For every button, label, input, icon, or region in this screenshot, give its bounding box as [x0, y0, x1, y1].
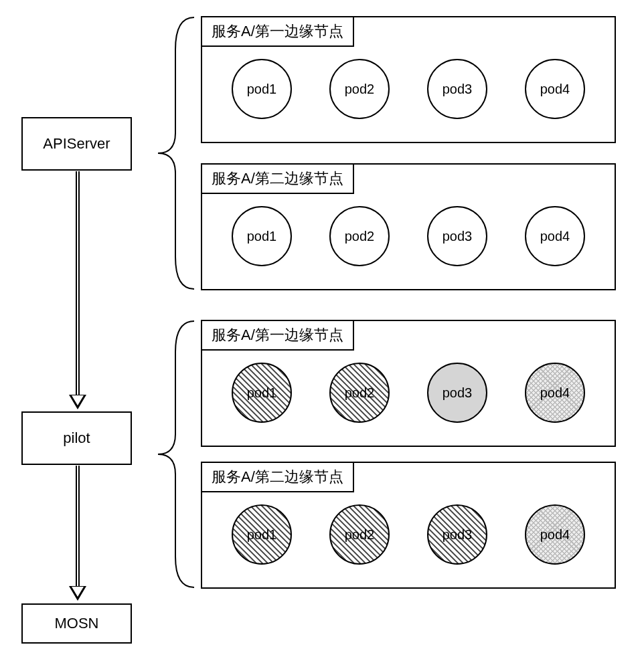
pod: pod4 [525, 59, 585, 119]
group-2-pods: pod1pod2pod3pod4 [202, 206, 615, 266]
group-3: 服务A/第一边缘节点 pod1pod2pod3pod4 [201, 320, 616, 447]
pod-label: pod1 [247, 229, 277, 244]
group-4-pods: pod1pod2pod3pod4 [202, 504, 615, 565]
group-1-title: 服务A/第一边缘节点 [201, 16, 354, 47]
brace-pilot [155, 320, 195, 589]
pod: pod1 [232, 59, 292, 119]
pod-label: pod3 [442, 385, 473, 401]
pod-label: pod2 [345, 82, 375, 97]
mosn-box: MOSN [21, 603, 132, 644]
group-3-title: 服务A/第一边缘节点 [201, 320, 354, 351]
apiserver-box: APIServer [21, 117, 132, 171]
group-1-pods: pod1pod2pod3pod4 [202, 59, 615, 119]
pod-label: pod2 [345, 229, 375, 244]
pod-label: pod3 [442, 82, 473, 97]
pod: pod2 [329, 504, 390, 565]
pod-label: pod1 [247, 385, 277, 401]
pod: pod2 [329, 206, 390, 266]
pod: pod3 [427, 206, 487, 266]
pod-label: pod2 [345, 527, 375, 543]
brace-apiserver [155, 16, 195, 290]
pod: pod4 [525, 363, 585, 423]
group-1: 服务A/第一边缘节点 pod1pod2pod3pod4 [201, 16, 616, 143]
pilot-box: pilot [21, 411, 132, 465]
pod: pod1 [232, 504, 292, 565]
pod-label: pod4 [540, 82, 570, 97]
pod: pod2 [329, 59, 390, 119]
pod-label: pod4 [540, 527, 570, 543]
mosn-label: MOSN [55, 615, 99, 632]
pod-label: pod4 [540, 229, 570, 244]
pod-label: pod2 [345, 385, 375, 401]
group-4: 服务A/第二边缘节点 pod1pod2pod3pod4 [201, 462, 616, 589]
pod: pod4 [525, 206, 585, 266]
pod-label: pod4 [540, 385, 570, 401]
pod: pod3 [427, 363, 487, 423]
apiserver-label: APIServer [43, 135, 110, 153]
pod: pod1 [232, 363, 292, 423]
arrow-apiserver-pilot [70, 171, 86, 397]
pod-label: pod3 [442, 229, 473, 244]
pod-label: pod1 [247, 82, 277, 97]
pilot-label: pilot [63, 429, 90, 447]
group-2-title: 服务A/第二边缘节点 [201, 163, 354, 194]
group-2: 服务A/第二边缘节点 pod1pod2pod3pod4 [201, 163, 616, 290]
group-4-title: 服务A/第二边缘节点 [201, 462, 354, 492]
pod: pod2 [329, 363, 390, 423]
pod: pod3 [427, 59, 487, 119]
pod: pod1 [232, 206, 292, 266]
group-3-pods: pod1pod2pod3pod4 [202, 363, 615, 423]
pod-label: pod1 [247, 527, 277, 543]
pod: pod4 [525, 504, 585, 565]
pod-label: pod3 [442, 527, 473, 543]
pod: pod3 [427, 504, 487, 565]
arrow-pilot-mosn [70, 466, 86, 589]
